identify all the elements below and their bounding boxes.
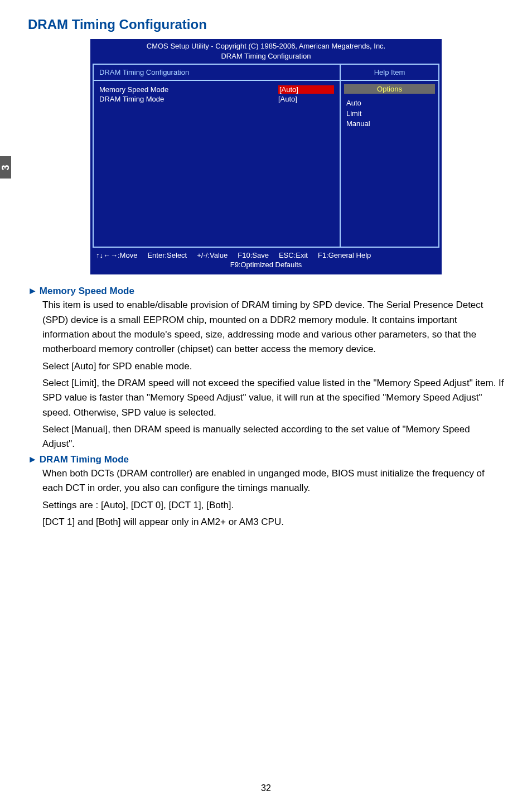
bios-section-title: DRAM Timing Configuration — [94, 65, 340, 81]
bios-item-row: DRAM Timing Mode [Auto] — [99, 95, 334, 103]
description-text: Select [Auto] for SPD enable mode. — [28, 359, 504, 374]
bios-item-label: Memory Speed Mode — [99, 85, 278, 94]
bios-hint-exit: ESC:Exit — [279, 251, 308, 259]
bios-hint-defaults: F9:Optimized Defaults — [96, 261, 436, 269]
chapter-number: 3 — [0, 165, 11, 170]
bios-option: Manual — [346, 119, 433, 129]
bios-items: Memory Speed Mode [Auto] DRAM Timing Mod… — [94, 81, 340, 247]
bios-hint-move: ↑↓←→:Move — [96, 251, 137, 259]
bios-help-title: Help Item — [341, 65, 438, 81]
description-text: This item is used to enable/disable prov… — [28, 298, 504, 356]
page-number: 32 — [0, 783, 532, 793]
bios-hint-value: +/-/:Value — [197, 251, 228, 259]
description-section: ►Memory Speed Mode This item is used to … — [28, 286, 504, 529]
bios-left-panel: DRAM Timing Configuration Memory Speed M… — [94, 65, 341, 247]
item-heading-text: Memory Speed Mode — [40, 286, 134, 296]
description-text: Select [Manual], then DRAM speed is manu… — [28, 422, 504, 452]
bios-options-list: Auto Limit Manual — [341, 96, 438, 131]
description-text: Settings are : [Auto], [DCT 0], [DCT 1],… — [28, 498, 504, 513]
bios-item-value: [Auto] — [278, 85, 334, 94]
bios-item-value: [Auto] — [278, 95, 334, 103]
bios-help-panel: Help Item Options Auto Limit Manual — [341, 65, 438, 247]
bios-hint-enter: Enter:Select — [147, 251, 187, 259]
bios-screenshot: CMOS Setup Utility - Copyright (C) 1985-… — [90, 39, 442, 274]
bios-body: DRAM Timing Configuration Memory Speed M… — [93, 64, 439, 248]
bios-header: CMOS Setup Utility - Copyright (C) 1985-… — [90, 39, 442, 64]
page-content: DRAM Timing Configuration CMOS Setup Uti… — [0, 0, 532, 529]
bios-options-header: Options — [344, 84, 435, 94]
item-heading: ►DRAM Timing Mode — [28, 454, 504, 465]
bios-screen-title: DRAM Timing Configuration — [90, 51, 442, 61]
arrow-icon: ► — [28, 454, 37, 465]
bios-item-row: Memory Speed Mode [Auto] — [99, 85, 334, 94]
description-text: When both DCTs (DRAM controller) are ena… — [28, 466, 504, 496]
page-title: DRAM Timing Configuration — [28, 17, 504, 32]
bios-hint-save: F10:Save — [238, 251, 269, 259]
description-text: [DCT 1] and [Both] will appear only in A… — [28, 515, 504, 529]
bios-option: Limit — [346, 109, 433, 119]
bios-option: Auto — [346, 98, 433, 108]
item-heading-text: DRAM Timing Mode — [40, 454, 129, 465]
bios-footer: ↑↓←→:Move Enter:Select +/-/:Value F10:Sa… — [90, 248, 442, 274]
bios-item-label: DRAM Timing Mode — [99, 95, 278, 103]
arrow-icon: ► — [28, 286, 37, 296]
item-heading: ►Memory Speed Mode — [28, 286, 504, 297]
bios-copyright: CMOS Setup Utility - Copyright (C) 1985-… — [90, 41, 442, 51]
bios-hint-help: F1:General Help — [318, 251, 371, 259]
description-text: Select [Limit], the DRAM speed will not … — [28, 376, 504, 420]
chapter-tab: 3 — [0, 156, 11, 179]
